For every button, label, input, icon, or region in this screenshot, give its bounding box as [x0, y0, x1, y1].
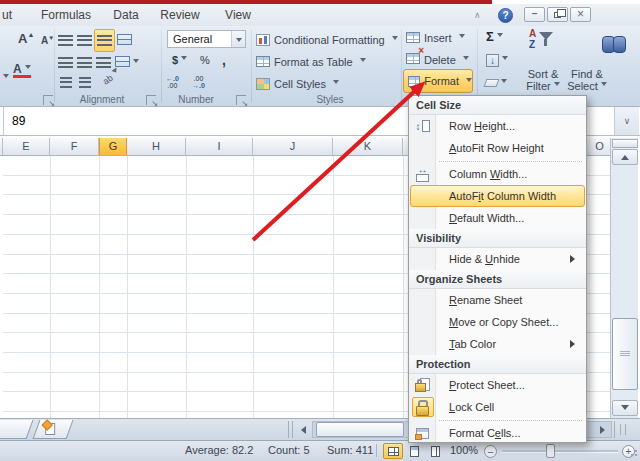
page-layout-view-button[interactable]	[404, 443, 424, 459]
group-separator	[161, 29, 162, 102]
menu-item-column-width[interactable]: Column Width...	[409, 163, 586, 185]
tab-review[interactable]: Review	[158, 4, 202, 26]
currency-format-button[interactable]: $	[172, 54, 187, 66]
menu-item-autofit-column-width-highlighted[interactable]: AutoFit Column Width	[409, 185, 586, 207]
cell-styles-button[interactable]: Cell Styles	[256, 75, 339, 92]
insert-worksheet-button[interactable]	[33, 420, 74, 439]
menu-item-rename-sheet[interactable]: Rename Sheet	[409, 289, 586, 311]
vertical-scrollbar[interactable]	[610, 138, 638, 418]
menu-item-tab-color[interactable]: Tab Color	[409, 333, 586, 355]
align-bottom-button-active[interactable]	[94, 29, 115, 52]
column-header-f[interactable]: F	[50, 138, 99, 155]
split-handle[interactable]	[612, 139, 638, 148]
arrow-up-icon	[621, 151, 629, 160]
merge-center-button[interactable]	[115, 53, 139, 71]
percent-format-button[interactable]: %	[200, 54, 210, 66]
group-separator	[54, 29, 55, 102]
tab-data[interactable]: Data	[106, 4, 146, 26]
scroll-left-button[interactable]	[295, 421, 311, 438]
zoom-out-button[interactable]: –	[484, 445, 497, 458]
format-as-table-button[interactable]: Format as Table	[256, 53, 366, 70]
zoom-level[interactable]: 100%	[450, 444, 478, 456]
decrease-indent-button[interactable]	[60, 74, 72, 92]
status-bar: Average: 82.2 Count: 5 Sum: 411 100% – +	[0, 440, 640, 461]
increase-indent-button[interactable]	[79, 74, 91, 92]
align-right-button[interactable]	[96, 54, 111, 72]
align-middle-button[interactable]	[77, 32, 92, 50]
insert-cells-button[interactable]: Insert	[406, 29, 465, 46]
menu-item-default-width[interactable]: Default Width...	[409, 207, 586, 229]
autosum-button[interactable]: Σ	[486, 29, 503, 44]
menu-section-organize-sheets: Organize Sheets	[409, 270, 586, 289]
scroll-down-button[interactable]	[612, 400, 638, 416]
column-header-g-selected[interactable]: G	[99, 138, 127, 155]
menu-item-move-copy-sheet[interactable]: Move or Copy Sheet...	[409, 311, 586, 333]
help-button[interactable]: ?	[498, 8, 513, 23]
increase-decimal-button[interactable]: ←.0.00	[166, 75, 179, 89]
font-color-button[interactable]: A	[13, 64, 31, 78]
tab-scroll-divider[interactable]	[288, 421, 293, 438]
menu-item-lock-cell[interactable]: Lock Cell	[409, 396, 586, 418]
group-separator	[401, 29, 402, 102]
alignment-dialog-launcher-icon[interactable]	[146, 95, 156, 105]
delete-cells-button[interactable]: Delete	[406, 51, 469, 68]
sort-filter-icon[interactable]	[528, 29, 554, 53]
column-header-k[interactable]: K	[333, 138, 403, 155]
page-break-view-button[interactable]	[425, 443, 445, 459]
orientation-button[interactable]	[117, 31, 132, 49]
menu-item-format-cells[interactable]: Format Cells...	[409, 422, 586, 443]
minimize-window-button[interactable]	[524, 7, 545, 22]
column-header-h[interactable]: H	[127, 138, 186, 155]
arrow-down-icon	[621, 405, 629, 414]
ribbon-tab-bar: ut Formulas Data Review View ∧ ?	[0, 4, 640, 26]
minimize-ribbon-icon[interactable]: ∧	[474, 10, 481, 20]
column-header-e[interactable]: E	[3, 138, 50, 155]
find-select-button[interactable]: Find &Select	[560, 68, 614, 92]
font-dialog-launcher-icon[interactable]	[43, 95, 53, 105]
scroll-up-button[interactable]	[612, 149, 638, 165]
restore-window-button[interactable]	[547, 7, 568, 22]
horizontal-scroll-thumb[interactable]	[316, 422, 404, 437]
binoculars-icon[interactable]	[601, 34, 627, 54]
lock-icon	[416, 400, 429, 414]
window-resize-grip-icon	[630, 449, 638, 457]
sheet-tab-partial[interactable]	[0, 420, 33, 439]
zoom-slider-track[interactable]	[502, 450, 618, 453]
scroll-right-button[interactable]	[595, 421, 611, 438]
clear-button[interactable]	[485, 73, 507, 91]
zoom-slider-thumb[interactable]	[546, 444, 555, 458]
menu-item-row-height[interactable]: Row Height...	[409, 115, 586, 137]
tab-view[interactable]: View	[220, 4, 256, 26]
grow-font-button[interactable]: A▲	[18, 31, 34, 46]
align-left-button[interactable]	[58, 54, 73, 72]
format-button-active[interactable]: Format	[403, 69, 473, 93]
align-top-button[interactable]	[58, 32, 73, 50]
conditional-formatting-button[interactable]: Conditional Formatting	[256, 31, 398, 48]
column-header-j[interactable]: J	[253, 138, 333, 155]
number-format-select[interactable]: General	[167, 30, 246, 48]
align-center-button[interactable]	[77, 54, 92, 72]
chevron-down-icon[interactable]	[231, 31, 245, 47]
lock-cell-toggled-box	[412, 397, 434, 417]
menu-item-protect-sheet[interactable]: Protect Sheet...	[409, 374, 586, 396]
shrink-font-button[interactable]: A▼	[41, 35, 54, 46]
border-dropdown-partial-icon[interactable]	[0, 68, 9, 86]
insert-cells-icon	[406, 32, 420, 43]
menu-item-autofit-row-height[interactable]: AutoFit Row Height	[409, 137, 586, 159]
close-window-button[interactable]	[570, 7, 591, 22]
number-dialog-launcher-icon[interactable]	[236, 95, 246, 105]
tab-formulas[interactable]: Formulas	[36, 4, 96, 26]
comma-format-button[interactable]: ,	[222, 52, 226, 68]
tab-page-layout-partial[interactable]: ut	[2, 4, 12, 26]
decrease-decimal-button[interactable]: .00→.0	[192, 75, 205, 89]
normal-view-button[interactable]	[383, 443, 403, 459]
format-cells-grid-icon	[408, 76, 420, 87]
formula-bar-value[interactable]: 89	[12, 107, 25, 135]
menu-item-hide-unhide[interactable]: Hide & Unhide	[409, 248, 586, 270]
fill-button[interactable]: ↓	[486, 50, 508, 68]
column-header-i[interactable]: I	[186, 138, 253, 155]
eraser-icon	[484, 79, 500, 87]
expand-formula-bar-button[interactable]: ∨	[614, 107, 639, 135]
vertical-scroll-thumb[interactable]	[612, 318, 638, 390]
scrollbar-resize-grip[interactable]	[614, 421, 630, 438]
